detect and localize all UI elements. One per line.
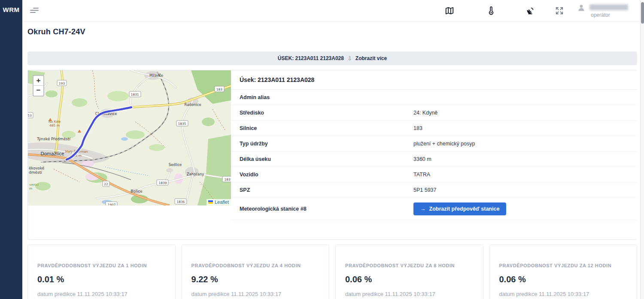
svg-text:1831: 1831 — [131, 93, 139, 97]
map-zoom-control: + − — [33, 75, 44, 97]
svg-text:Týnské Předměstí: Týnské Předměstí — [36, 137, 71, 141]
svg-text:183: 183 — [216, 88, 223, 91]
station-row: Meteorologická stanice #8 → Zobrazit pře… — [231, 198, 637, 220]
table-row: Délka úseku 3360 m — [231, 151, 637, 167]
prediction-date: datum predikce 11.11.2025 10:33:17 — [37, 291, 166, 297]
section-expand-bar[interactable]: ÚSEK: 2123A011 2123A028 ⇩ Zobrazit více — [27, 51, 637, 65]
row-label: Vozidlo — [240, 172, 413, 178]
user-avatar-icon — [577, 3, 586, 18]
svg-text:Na Kole: Na Kole — [49, 120, 61, 124]
sidebar: WRM — [0, 0, 22, 299]
page-title: Okruh CH7-24V — [27, 27, 85, 36]
row-label: Silnice — [240, 125, 413, 131]
svg-text:Bořice: Bořice — [131, 189, 143, 193]
prediction-card: PRAVDĚPODOBNOST VÝJEZDU ZA 12 HODIN 0.06… — [489, 245, 638, 299]
app-logo: WRM — [0, 6, 22, 13]
svg-text:1836: 1836 — [176, 200, 185, 204]
leaflet-map[interactable]: Milavče Radonice Chrastavice Týnské Před… — [28, 70, 231, 205]
svg-text:Radonice: Radonice — [184, 103, 201, 107]
expand-down-arrow-icon: ⇩ — [347, 56, 352, 61]
scrollbar-thumb[interactable] — [641, 2, 644, 24]
prediction-value: 9.22 % — [191, 275, 320, 284]
map-canvas: Milavče Radonice Chrastavice Týnské Před… — [28, 70, 231, 205]
prediction-cards: PRAVDĚPODOBNOST VÝJEZDU ZA 1 HODIN 0.01 … — [27, 245, 637, 299]
svg-text:m: m — [29, 187, 32, 190]
table-row: Vozidlo TATRA — [231, 167, 637, 182]
prediction-date: datum predikce 11.11.2025 10:33:17 — [345, 291, 474, 297]
row-value: plužení + chemický posyp — [413, 141, 475, 147]
app-root: WRM — [0, 0, 644, 299]
prediction-value: 0.06 % — [499, 275, 628, 284]
svg-text:dměstí: dměstí — [29, 170, 42, 175]
row-label: SPZ — [240, 187, 413, 193]
row-value: 183 — [413, 125, 422, 131]
prediction-card: PRAVDĚPODOBNOST VÝJEZDU ZA 1 HODIN 0.01 … — [27, 245, 176, 299]
table-row: Admin alias — [231, 90, 637, 105]
prediction-value: 0.06 % — [345, 275, 474, 284]
svg-text:485 m: 485 m — [49, 124, 60, 127]
row-value: TATRA — [413, 172, 430, 178]
svg-text:venici: venici — [29, 183, 39, 187]
svg-text:193: 193 — [59, 82, 65, 85]
table-row: SPZ 5P1 5937 — [231, 182, 637, 198]
thermometer-icon[interactable] — [486, 6, 496, 15]
row-label: Délka úseku — [240, 156, 413, 162]
scrollbar-track[interactable] — [640, 0, 644, 299]
row-label: Typ údržby — [240, 141, 413, 147]
segment-detail-panel: Milavče Radonice Chrastavice Týnské Před… — [27, 70, 637, 240]
arrow-right-icon: → — [420, 206, 426, 212]
svg-text:Zahořany: Zahořany — [187, 172, 204, 176]
row-value: 3360 m — [413, 156, 431, 162]
segment-detail: Úsek: 2123A011 2123A028 Admin alias Stře… — [231, 70, 637, 239]
prediction-date: datum predikce 11.11.2025 10:33:17 — [499, 291, 628, 297]
show-station-forecast-button[interactable]: → Zobrazit předpověď stanice — [413, 202, 506, 215]
svg-text:1837: 1837 — [224, 178, 231, 181]
ukraine-flag-icon — [208, 200, 213, 204]
prediction-label: PRAVDĚPODOBNOST VÝJEZDU ZA 12 HODIN — [499, 263, 628, 268]
prediction-date: datum predikce 11.11.2025 10:33:17 — [191, 291, 320, 297]
fullscreen-icon[interactable] — [555, 6, 564, 15]
topbar: operátor — [22, 0, 644, 21]
map-icon[interactable] — [445, 6, 454, 15]
map-attribution: Leaflet — [207, 199, 231, 205]
svg-text:Sedlice: Sedlice — [169, 163, 182, 167]
row-value: 5P1 5937 — [413, 187, 437, 193]
svg-text:53: 53 — [28, 114, 32, 118]
svg-text:22: 22 — [104, 182, 108, 186]
detail-title: Úsek: 2123A011 2123A028 — [231, 70, 637, 90]
prediction-label: PRAVDĚPODOBNOST VÝJEZDU ZA 8 HODIN — [345, 263, 474, 268]
user-role: operátor — [591, 12, 628, 18]
zoom-out-button[interactable]: − — [33, 86, 43, 96]
prediction-card: PRAVDĚPODOBNOST VÝJEZDU ZA 8 HODIN 0.06 … — [335, 245, 483, 299]
svg-text:Domažlice: Domažlice — [41, 151, 64, 156]
row-value: 24: Kdyně — [413, 110, 437, 116]
svg-text:Milavče: Milavče — [149, 73, 163, 78]
svg-text:ěkovské: ěkovské — [29, 166, 45, 170]
prediction-label: PRAVDĚPODOBNOST VÝJEZDU ZA 1 HODIN — [37, 263, 166, 268]
user-menu[interactable]: operátor — [577, 3, 628, 18]
hamburger-menu-icon[interactable] — [30, 8, 39, 14]
satellite-dish-icon[interactable] — [526, 6, 535, 15]
table-row: Středisko 24: Kdyně — [231, 105, 637, 121]
show-more-link[interactable]: Zobrazit více — [355, 55, 387, 61]
prediction-card: PRAVDĚPODOBNOST VÝJEZDU ZA 4 HODIN 9.22 … — [182, 245, 330, 299]
svg-text:1907: 1907 — [107, 203, 115, 205]
prediction-label: PRAVDĚPODOBNOST VÝJEZDU ZA 4 HODIN — [191, 263, 320, 268]
row-label: Meteorologická stanice #8 — [240, 206, 413, 212]
row-label: Admin alias — [240, 94, 413, 100]
leaflet-link[interactable]: Leaflet — [215, 199, 229, 205]
zoom-in-button[interactable]: + — [33, 76, 43, 86]
svg-text:1835: 1835 — [178, 122, 186, 126]
user-name-redacted — [589, 4, 628, 10]
table-row: Silnice 183 — [231, 121, 637, 136]
row-label: Středisko — [240, 110, 413, 116]
section-title: ÚSEK: 2123A011 2123A028 — [278, 55, 344, 61]
svg-text:1839: 1839 — [158, 181, 167, 185]
table-row: Typ údržby plužení + chemický posyp — [231, 136, 637, 151]
station-button-label: Zobrazit předpověď stanice — [429, 206, 500, 212]
prediction-value: 0.01 % — [37, 275, 166, 284]
